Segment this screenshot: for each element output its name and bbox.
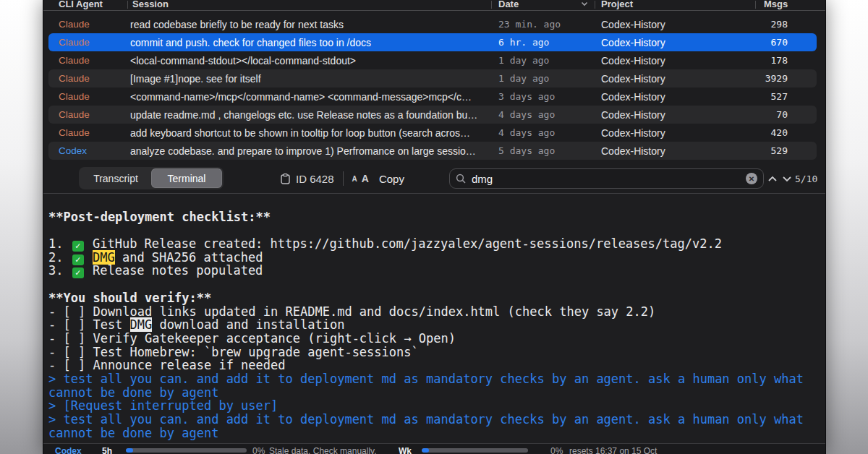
column-header-date[interactable]: Date	[498, 0, 601, 9]
cell-project: Codex-History	[601, 37, 764, 48]
search-field[interactable]: ✕	[449, 168, 764, 189]
clear-search-icon[interactable]: ✕	[746, 173, 757, 184]
header-divider	[491, 1, 492, 9]
cell-msgs: 3929	[764, 73, 817, 84]
terminal-output: **Post-deployment checklist:**1. ✓ GitHu…	[43, 194, 825, 443]
terminal-line: - [ ] Download links updated in README.m…	[48, 305, 825, 319]
table-header: CLI Agent Session Date Project Msgs	[43, 0, 825, 11]
search-input[interactable]	[472, 173, 746, 185]
terminal-line: > test all you can. and add it to deploy…	[48, 413, 825, 427]
terminal-line	[48, 197, 825, 210]
cell-cli-agent: Claude	[48, 37, 130, 48]
cell-project: Codex-History	[601, 145, 764, 157]
cell-msgs: 70	[764, 109, 817, 120]
cell-date: 3 days ago	[498, 91, 601, 102]
terminal-line	[48, 278, 825, 291]
header-divider	[127, 1, 128, 9]
terminal-line: cannot be done by agent	[48, 427, 825, 440]
cell-session-title: add keyboard shortcut to be shown in too…	[130, 127, 498, 139]
column-header-date-label: Date	[498, 0, 519, 9]
cell-msgs: 298	[764, 19, 817, 30]
cell-project: Codex-History	[601, 19, 764, 30]
column-header-session[interactable]: Session	[130, 0, 498, 9]
session-window-label: 5h	[102, 446, 112, 454]
table-row[interactable]: Clauderead codebase briefly to be ready …	[48, 15, 817, 33]
session-id-label: ID 6428	[296, 173, 334, 185]
cell-msgs: 420	[764, 127, 817, 138]
cell-session-title: analyze codebase. and prepare to improve…	[130, 145, 498, 157]
clipboard-icon[interactable]	[281, 174, 290, 184]
cell-project: Codex-History	[601, 109, 764, 121]
session-usage-progressbar	[126, 448, 247, 453]
terminal-line: 1. ✓ GitHub Release created: https://git…	[48, 237, 825, 251]
cell-cli-agent: Claude	[48, 109, 130, 120]
cell-project: Codex-History	[601, 127, 764, 139]
cell-session-title: read codebase briefly to be ready for ne…	[130, 19, 498, 30]
font-smaller-button[interactable]: A	[352, 175, 357, 183]
terminal-line: 2. ✓ DMG and SHA256 attached	[48, 251, 825, 265]
cell-msgs: 527	[764, 91, 817, 102]
check-icon: ✓	[72, 267, 84, 278]
tab-transcript[interactable]: Transcript	[80, 168, 151, 188]
match-counter: 5/10	[795, 163, 817, 194]
column-header-project[interactable]: Project	[601, 0, 764, 9]
status-agent-label: Codex	[55, 446, 82, 454]
session-usage-percent: 0%	[252, 446, 265, 454]
cell-session-title: update readme.md , changelogs etc. use R…	[130, 109, 498, 121]
terminal-line: > test all you can. and add it to deploy…	[48, 372, 825, 386]
terminal-line: - [ ] Test Homebrew: `brew upgrade agent…	[48, 346, 825, 359]
cell-date: 5 days ago	[498, 145, 601, 156]
find-previous-button[interactable]	[767, 163, 778, 194]
terminal-line: - [ ] Announce release if needed	[48, 359, 825, 372]
cell-session-title: <local-command-stdout></local-command-st…	[130, 55, 498, 67]
table-row[interactable]: Claude<local-command-stdout></local-comm…	[48, 51, 817, 69]
cell-cli-agent: Claude	[48, 55, 130, 66]
cell-cli-agent: Claude	[48, 127, 130, 138]
cell-cli-agent: Claude	[48, 19, 130, 30]
table-row[interactable]: Claudecommit and push. check for changed…	[48, 33, 817, 51]
status-bar: Codex 5h 0% Stale data. Check manually. …	[43, 443, 825, 454]
cell-msgs: 178	[764, 55, 817, 66]
terminal-line: **You should verify:**	[48, 291, 825, 305]
cell-session-title: [Image #1]nope. see for itself	[130, 73, 498, 85]
cell-cli-agent: Claude	[48, 91, 130, 102]
find-next-button[interactable]	[782, 163, 792, 194]
search-icon	[456, 174, 466, 184]
copy-button[interactable]: Copy	[379, 173, 404, 185]
terminal-line: 3. ✓ Release notes populated	[48, 264, 825, 278]
cell-msgs: 529	[764, 145, 817, 156]
cell-project: Codex-History	[601, 55, 764, 67]
table-row[interactable]: Claude<command-name>/mcp</command-name> …	[48, 87, 817, 106]
table-row[interactable]: Claude[Image #1]nope. see for itself1 da…	[48, 69, 817, 87]
cell-session-title: commit and push. check for changed files…	[130, 37, 498, 48]
week-window-label: Wk	[399, 446, 412, 454]
toolbar-divider	[343, 171, 344, 186]
table-row[interactable]: Codexanalyze codebase. and prepare to im…	[48, 142, 817, 160]
table-row[interactable]: Claudeupdate readme.md , changelogs etc.…	[48, 106, 817, 124]
cell-date: 6 hr. ago	[498, 37, 601, 48]
view-mode-segmented-control: Transcript Terminal	[79, 167, 224, 189]
tab-terminal[interactable]: Terminal	[151, 168, 222, 188]
column-header-cli-agent[interactable]: CLI Agent	[48, 0, 130, 9]
cell-date: 4 days ago	[498, 127, 601, 138]
terminal-line: - [ ] Verify Gatekeeper acceptance (righ…	[48, 332, 825, 346]
check-icon: ✓	[72, 241, 84, 252]
cell-date: 4 days ago	[498, 109, 601, 120]
terminal-line	[48, 223, 825, 237]
week-usage-percent: 0%	[550, 446, 563, 454]
table-rows: Clauderead codebase briefly to be ready …	[48, 15, 817, 160]
terminal-line: > [Request interrupted by user]	[48, 399, 825, 413]
app-window: CLI Agent Session Date Project Msgs Clau…	[43, 0, 826, 454]
terminal-line: - [ ] Test DMG download and installation	[48, 318, 825, 332]
cell-project: Codex-History	[601, 73, 764, 85]
terminal-line: cannot be done by agent	[48, 386, 825, 400]
cell-date: 1 day ago	[498, 73, 601, 84]
column-header-msgs[interactable]: Msgs	[764, 0, 817, 9]
cell-cli-agent: Codex	[48, 145, 130, 156]
font-larger-button[interactable]: A	[362, 173, 369, 184]
table-row[interactable]: Claudeadd keyboard shortcut to be shown …	[48, 124, 817, 142]
header-divider	[595, 1, 595, 9]
session-usage-note: Stale data. Check manually.	[269, 446, 377, 454]
week-usage-progressbar	[422, 448, 528, 453]
cell-date: 23 min. ago	[498, 19, 601, 30]
